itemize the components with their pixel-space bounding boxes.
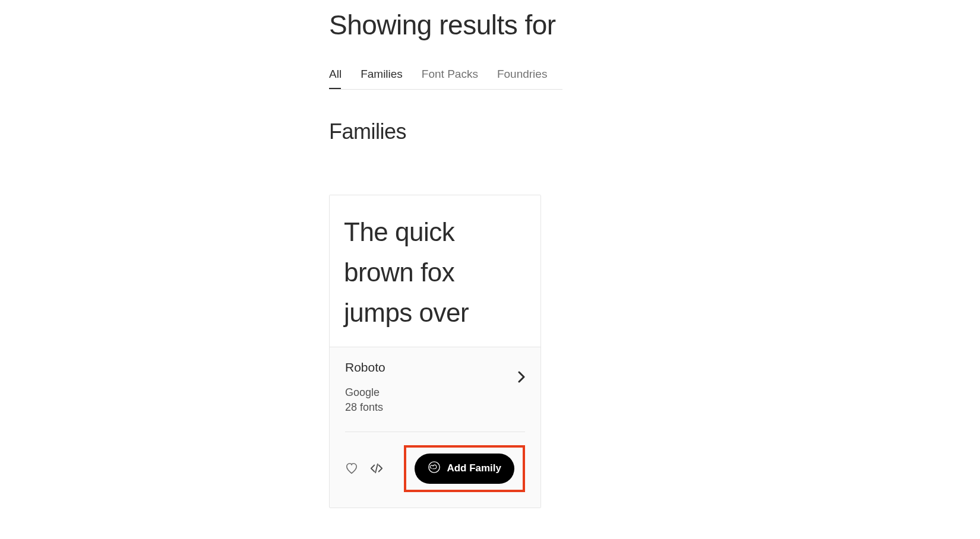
highlight-annotation: Add Family [404,445,525,492]
code-icon[interactable] [370,462,383,475]
add-family-label: Add Family [447,462,501,474]
page-title: Showing results for [329,9,562,41]
tab-font-packs[interactable]: Font Packs [422,68,478,89]
creative-cloud-icon [428,461,441,477]
preview-text: The quick brown fox jumps over [344,212,526,334]
divider [345,432,525,432]
font-family-card: The quick brown fox jumps over Roboto Go… [329,195,541,508]
section-heading: Families [329,119,562,144]
card-metadata: Roboto Google 28 fonts [330,347,540,508]
heart-icon[interactable] [345,462,358,475]
chevron-right-icon[interactable] [518,360,525,385]
tab-all[interactable]: All [329,68,342,89]
foundry-name: Google [345,386,518,399]
tab-foundries[interactable]: Foundries [497,68,548,89]
add-family-button[interactable]: Add Family [415,454,514,484]
font-preview-area[interactable]: The quick brown fox jumps over [330,195,540,347]
tab-families[interactable]: Families [361,68,403,89]
family-name: Roboto [345,360,518,375]
tabs-container: All Families Font Packs Foundries Desig [329,68,562,90]
font-count: 28 fonts [345,401,518,414]
